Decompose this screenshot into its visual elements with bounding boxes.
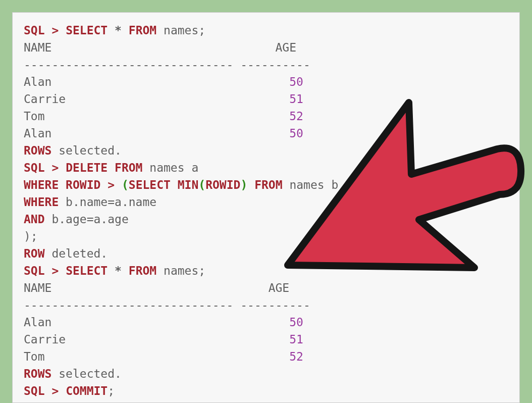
sql-keyword: SQL bbox=[24, 24, 45, 37]
and-keyword: AND bbox=[24, 213, 45, 226]
sql-terminal: SQL > SELECT * FROM names; NAME AGE ----… bbox=[12, 12, 520, 403]
star: * bbox=[115, 24, 122, 37]
cell-age: 51 bbox=[289, 333, 303, 346]
semicolon: ; bbox=[108, 384, 115, 397]
cell-age: 52 bbox=[289, 110, 303, 123]
col-name-header: NAME bbox=[24, 281, 51, 294]
col-age-header: AGE bbox=[276, 41, 297, 54]
gt-op: > bbox=[108, 178, 115, 191]
cell-age: 50 bbox=[289, 127, 303, 140]
semicolon: ; bbox=[198, 24, 205, 37]
select-keyword: SELECT bbox=[66, 24, 108, 37]
cell-name: Carrie bbox=[24, 333, 66, 346]
semicolon: ; bbox=[198, 264, 205, 277]
table-name: names bbox=[164, 24, 198, 37]
cell-age: 51 bbox=[289, 92, 303, 106]
delete-keyword: DELETE bbox=[66, 161, 108, 174]
eq-op: = bbox=[87, 213, 94, 226]
table-alias: names b bbox=[289, 178, 338, 191]
cell-age: 52 bbox=[289, 350, 303, 363]
cell-age: 50 bbox=[289, 316, 303, 329]
sql-keyword: SQL bbox=[24, 384, 45, 397]
col-age-header: AGE bbox=[269, 281, 290, 294]
header-rule: ------------------------------ ---------… bbox=[24, 58, 310, 71]
min-keyword: MIN bbox=[178, 178, 199, 191]
col-name-header: NAME bbox=[24, 41, 51, 54]
cell-name: Carrie bbox=[24, 92, 66, 106]
sql-keyword: SQL bbox=[24, 264, 45, 277]
selected-text: selected. bbox=[59, 144, 122, 157]
paren-close: ) bbox=[240, 178, 247, 191]
col-ref: a.name bbox=[115, 195, 156, 209]
col-ref: b.age bbox=[51, 213, 86, 226]
star: * bbox=[115, 264, 122, 277]
select-keyword: SELECT bbox=[129, 178, 171, 191]
cell-age: 50 bbox=[289, 75, 303, 88]
eq-op: = bbox=[108, 195, 115, 209]
row-keyword: ROW bbox=[24, 247, 45, 260]
col-ref: b.name bbox=[66, 195, 108, 209]
cell-name: Alan bbox=[24, 127, 51, 140]
rowid-keyword: ROWID bbox=[66, 178, 100, 191]
paren-open: ( bbox=[198, 178, 205, 191]
select-keyword: SELECT bbox=[66, 264, 108, 277]
from-keyword: FROM bbox=[115, 161, 142, 174]
sql-keyword: SQL bbox=[24, 161, 45, 174]
rows-keyword: ROWS bbox=[24, 367, 51, 380]
from-keyword: FROM bbox=[129, 24, 156, 37]
cell-name: Alan bbox=[24, 75, 51, 88]
cell-name: Tom bbox=[24, 110, 45, 123]
table-alias: names a bbox=[149, 161, 198, 174]
close-stmt: ); bbox=[24, 230, 38, 243]
from-keyword: FROM bbox=[254, 178, 282, 191]
prompt-gt: > bbox=[51, 161, 59, 174]
where-keyword: WHERE bbox=[24, 195, 59, 209]
paren-open: ( bbox=[122, 178, 129, 191]
cell-name: Alan bbox=[24, 316, 51, 329]
col-ref: a.age bbox=[94, 213, 129, 226]
deleted-text: deleted. bbox=[51, 247, 108, 260]
header-rule: ------------------------------ ---------… bbox=[24, 298, 310, 312]
rowid-keyword: ROWID bbox=[205, 178, 240, 191]
table-name: names bbox=[164, 264, 198, 277]
prompt-gt: > bbox=[51, 384, 59, 397]
where-keyword: WHERE bbox=[24, 178, 59, 191]
rows-keyword: ROWS bbox=[24, 144, 51, 157]
prompt-gt: > bbox=[51, 24, 59, 37]
selected-text: selected. bbox=[59, 367, 122, 380]
cell-name: Tom bbox=[24, 350, 45, 363]
prompt-gt: > bbox=[51, 264, 59, 277]
from-keyword: FROM bbox=[129, 264, 156, 277]
commit-keyword: COMMIT bbox=[66, 384, 108, 397]
